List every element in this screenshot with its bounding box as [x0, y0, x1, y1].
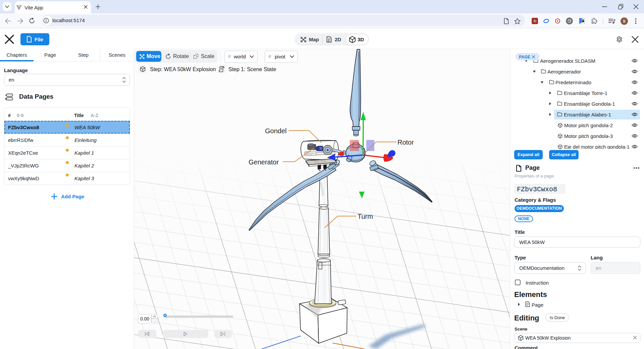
svg-text:Generator: Generator [249, 158, 279, 166]
svg-text:Gondel: Gondel [265, 127, 287, 135]
svg-text:Rotor: Rotor [397, 139, 414, 146]
svg-text:Turm: Turm [358, 213, 373, 220]
